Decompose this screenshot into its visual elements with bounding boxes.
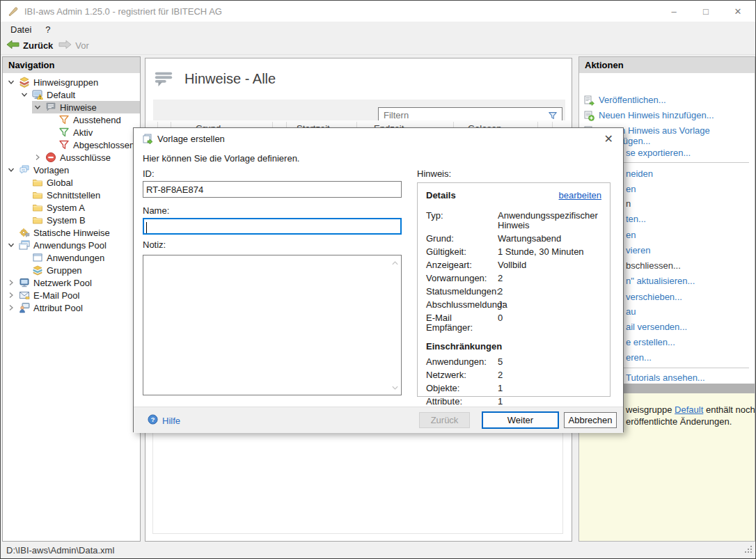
- sidebar-item-e-mail-pool[interactable]: E-Mail Pool: [3, 289, 140, 301]
- einschraenkungen-heading: Einschränkungen: [426, 341, 601, 352]
- action-ten[interactable]: ten...: [626, 214, 646, 225]
- chevron-down-icon[interactable]: [7, 166, 19, 174]
- bearbeiten-link[interactable]: bearbeiten: [559, 190, 601, 200]
- data-file-path: D:\IBI-aws\Admin\Data.xml: [6, 545, 114, 556]
- action-eren[interactable]: eren...: [626, 352, 652, 363]
- action-vieren[interactable]: vieren: [626, 245, 650, 256]
- sidebar-item-netzwerk-pool[interactable]: Netzwerk Pool: [3, 276, 140, 289]
- titlebar: IBI-aws Admin 1.25.0 - registriert für I…: [1, 1, 755, 22]
- sidebar-item-schnittstellen[interactable]: Schnittstellen: [3, 189, 140, 201]
- actions-header: Aktionen: [579, 57, 755, 73]
- detail-label: Statusmeldungen:: [426, 287, 498, 297]
- close-button[interactable]: ✕: [722, 1, 754, 22]
- sidebar-item-label: Default: [47, 90, 75, 100]
- action-tutorials-ansehen[interactable]: Tutorials ansehen...: [626, 372, 705, 384]
- action-label: Veröffentlichen...: [599, 95, 666, 106]
- id-field[interactable]: [143, 181, 402, 198]
- sidebar-item-label: Hinweise: [60, 102, 97, 113]
- details-row: Grund:Wartungsabend: [426, 234, 601, 244]
- filter-funnel-icon[interactable]: [548, 111, 558, 120]
- publish-icon: [583, 95, 594, 106]
- action-au[interactable]: au: [626, 306, 636, 317]
- back-button[interactable]: Zurück: [6, 40, 53, 52]
- einschraenkungen-row: Anwendungen:5: [426, 357, 601, 367]
- sidebar-item-label: Ausschlüsse: [60, 152, 111, 163]
- minimize-button[interactable]: –: [658, 1, 690, 22]
- default-group-link[interactable]: Default: [675, 404, 703, 415]
- chevron-right-icon[interactable]: [7, 291, 19, 299]
- action-neiden[interactable]: neiden: [626, 168, 653, 180]
- sidebar-item-hinweisgruppen[interactable]: Hinweisgruppen: [3, 76, 140, 88]
- scroll-up-icon[interactable]: [391, 258, 399, 268]
- speech-icon: [45, 102, 56, 113]
- notiz-field[interactable]: [143, 255, 402, 395]
- chevron-right-icon[interactable]: [7, 304, 19, 312]
- action-n-aktualisieren[interactable]: n" aktualisieren...: [626, 276, 695, 287]
- menu-help[interactable]: ?: [38, 24, 57, 35]
- sidebar-item-gruppen[interactable]: Gruppen: [3, 264, 140, 276]
- group-icon: [19, 77, 30, 88]
- sidebar-item-anwendungs-pool[interactable]: Anwendungs Pool: [3, 239, 140, 251]
- scroll-down-icon[interactable]: [391, 382, 399, 393]
- action-se-exportieren[interactable]: se exportieren...: [626, 148, 691, 159]
- notiz-scrollbar[interactable]: [389, 256, 400, 394]
- action-verschieben[interactable]: verschieben...: [626, 292, 682, 303]
- resize-grip[interactable]: [743, 544, 753, 556]
- sidebar-item-default[interactable]: Default: [3, 88, 140, 101]
- menu-datei[interactable]: Datei: [3, 24, 38, 35]
- weiter-button[interactable]: Weiter: [482, 411, 559, 429]
- text-caret: [146, 222, 147, 233]
- detail-label: E-Mail Empfänger:: [426, 313, 498, 333]
- action-label: Neuen Hinweis hinzufügen...: [599, 110, 714, 121]
- sidebar-item-label: Schnittstellen: [47, 190, 100, 200]
- back-label: Zurück: [23, 40, 53, 51]
- forward-button[interactable]: Vor: [58, 40, 89, 52]
- folder-icon: [32, 202, 43, 213]
- action-en[interactable]: en: [626, 230, 636, 241]
- toolbar: Zurück Vor: [1, 37, 755, 55]
- sidebar-item-aktiv[interactable]: Aktiv: [3, 126, 140, 139]
- dialog-titlebar: Vorlage erstellen ✕: [134, 128, 623, 149]
- filter-input[interactable]: [379, 110, 548, 120]
- chevron-down-icon[interactable]: [7, 78, 19, 86]
- einschraenkungen-rows: Anwendungen:5Netzwerk:2Objekte:1Attribut…: [426, 357, 601, 407]
- einschraenkungen-row: Netzwerk:2: [426, 370, 601, 380]
- sidebar-item-label: Aktiv: [73, 127, 93, 138]
- action-en[interactable]: en: [626, 184, 636, 195]
- detail-label: Netzwerk:: [426, 370, 498, 380]
- details-heading: Details: [426, 190, 456, 200]
- action-e-erstellen[interactable]: e erstellen...: [626, 337, 675, 348]
- menubar: Datei ?: [1, 22, 755, 37]
- detail-label: Typ:: [426, 211, 498, 230]
- dialog-close-icon[interactable]: ✕: [604, 132, 613, 145]
- sidebar-item-vorlagen[interactable]: Vorlagen: [3, 164, 140, 176]
- sidebar-item-hinweise[interactable]: Hinweise: [3, 101, 140, 113]
- sidebar-item-ausschl-sse[interactable]: Ausschlüsse: [3, 151, 140, 164]
- action-veröffentlichen[interactable]: Veröffentlichen...: [583, 95, 666, 106]
- detail-label: Anzeigeart:: [426, 260, 498, 270]
- sidebar-item-system-a[interactable]: System A: [3, 201, 140, 214]
- sidebar-item-statische-hinweise[interactable]: Statische Hinweise: [3, 226, 140, 239]
- chevron-down-icon[interactable]: [20, 90, 32, 99]
- action-ail-versenden[interactable]: ail versenden...: [626, 322, 687, 333]
- sidebar-item-attribut-pool[interactable]: Attribut Pool: [3, 301, 140, 314]
- sidebar-item-ausstehend[interactable]: Ausstehend: [3, 113, 140, 126]
- name-field[interactable]: [143, 218, 402, 235]
- chevron-down-icon[interactable]: [33, 103, 45, 111]
- sidebar-item-anwendungen[interactable]: Anwendungen: [3, 251, 140, 264]
- static-hints-icon: [19, 227, 30, 238]
- maximize-button[interactable]: □: [690, 1, 722, 22]
- sidebar-item-system-b[interactable]: System B: [3, 214, 140, 226]
- chevron-right-icon[interactable]: [33, 153, 45, 162]
- sidebar-item-abgeschlossen[interactable]: Abgeschlossen: [3, 139, 140, 151]
- chevron-right-icon[interactable]: [7, 278, 19, 287]
- svg-text:?: ?: [151, 416, 155, 423]
- back-arrow-icon: [6, 40, 19, 52]
- hilfe-link[interactable]: ? Hilfe: [148, 414, 180, 427]
- detail-label: Grund:: [426, 234, 498, 244]
- action-neuen-hinweis-hinzufügen[interactable]: Neuen Hinweis hinzufügen...: [583, 110, 714, 121]
- sidebar-item-global[interactable]: Global: [3, 176, 140, 189]
- chevron-down-icon[interactable]: [7, 241, 19, 249]
- abbrechen-button[interactable]: Abbrechen: [564, 412, 617, 428]
- sidebar-item-label: Abgeschlossen: [73, 140, 134, 150]
